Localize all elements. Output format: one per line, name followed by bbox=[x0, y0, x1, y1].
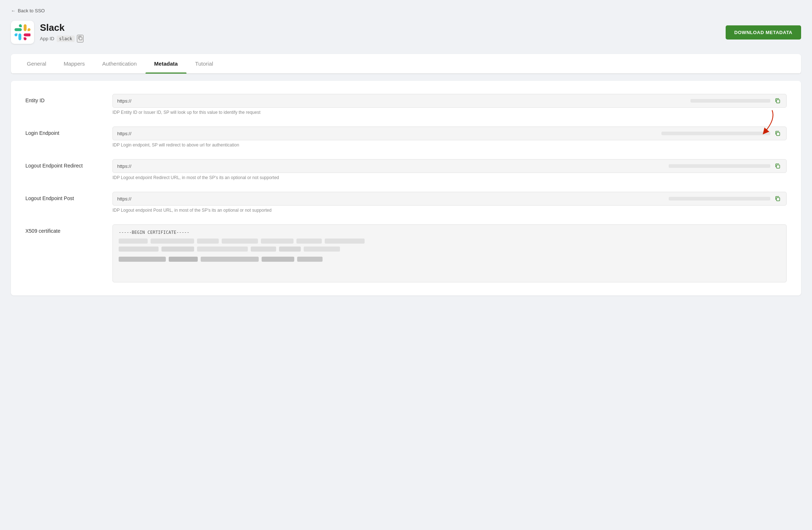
cert-blur-row-3 bbox=[119, 257, 780, 262]
cert-blur-block bbox=[119, 257, 166, 262]
logout-redirect-label: Logout Endpoint Redirect bbox=[25, 159, 112, 169]
svg-rect-2 bbox=[776, 132, 780, 136]
cert-blur-block bbox=[151, 239, 194, 244]
app-name: Slack bbox=[40, 22, 83, 33]
cert-begin-text: -----BEGIN CERTIFICATE----- bbox=[119, 230, 780, 235]
cert-blur-block bbox=[304, 247, 340, 252]
entity-id-label: Entity ID bbox=[25, 94, 112, 103]
cert-blur-block bbox=[119, 247, 159, 252]
tab-authentication[interactable]: Authentication bbox=[94, 54, 145, 73]
logout-post-blur bbox=[669, 197, 770, 200]
logout-redirect-blur bbox=[669, 164, 770, 168]
cert-blur-block bbox=[161, 247, 194, 252]
slack-logo-icon bbox=[15, 24, 30, 40]
app-id-badge: slack bbox=[57, 36, 75, 42]
cert-blur-block bbox=[169, 257, 198, 262]
cert-blur-block bbox=[222, 239, 258, 244]
app-logo bbox=[11, 21, 34, 44]
tabs-card: General Mappers Authentication Metadata … bbox=[11, 54, 801, 74]
login-endpoint-value: https:// bbox=[117, 131, 659, 136]
copy-icon bbox=[775, 163, 780, 169]
tab-tutorial[interactable]: Tutorial bbox=[186, 54, 222, 73]
logout-post-content: https:// IDP Logout endpoint Post URL, i… bbox=[112, 192, 787, 213]
cert-blur-block bbox=[201, 257, 259, 262]
logout-redirect-input-row: https:// bbox=[112, 159, 787, 173]
cert-blur-block bbox=[197, 239, 219, 244]
logout-post-value: https:// bbox=[117, 196, 666, 202]
content-card: Entity ID https:// IDP Entity ID or Issu… bbox=[11, 81, 801, 295]
cert-blur-row-2 bbox=[119, 247, 780, 252]
app-info: Slack App ID slack bbox=[11, 21, 83, 44]
tab-metadata[interactable]: Metadata bbox=[145, 54, 186, 73]
login-endpoint-content: https:// IDP Login endpoint, SP will red… bbox=[112, 127, 787, 148]
login-endpoint-label: Login Endpoint bbox=[25, 127, 112, 136]
logout-post-copy-button[interactable] bbox=[773, 195, 782, 202]
tab-general[interactable]: General bbox=[18, 54, 55, 73]
copy-icon bbox=[775, 196, 780, 202]
cert-blur-block bbox=[197, 247, 248, 252]
entity-id-input-row: https:// bbox=[112, 94, 787, 108]
svg-rect-1 bbox=[776, 100, 780, 103]
login-endpoint-hint: IDP Login endpoint, SP will redirect to … bbox=[112, 142, 787, 148]
app-header: Slack App ID slack DOWNLOAD METADATA bbox=[11, 21, 801, 44]
entity-id-content: https:// IDP Entity ID or Issuer ID, SP … bbox=[112, 94, 787, 115]
cert-blur-block bbox=[251, 247, 276, 252]
login-endpoint-copy-button[interactable] bbox=[773, 130, 782, 137]
entity-id-hint: IDP Entity ID or Issuer ID, SP will look… bbox=[112, 110, 787, 115]
back-link-label: Back to SSO bbox=[18, 8, 45, 13]
copy-icon bbox=[775, 131, 780, 136]
logout-redirect-copy-button[interactable] bbox=[773, 162, 782, 170]
cert-blur-row-1 bbox=[119, 239, 780, 244]
cert-blur-block bbox=[119, 239, 148, 244]
logout-post-hint: IDP Logout endpoint Post URL, in most of… bbox=[112, 208, 787, 213]
copy-icon bbox=[775, 98, 780, 104]
cert-blur-block bbox=[297, 257, 323, 262]
logout-redirect-hint: IDP Logout endpoint Redirect URL, in mos… bbox=[112, 175, 787, 180]
entity-id-row: Entity ID https:// IDP Entity ID or Issu… bbox=[25, 94, 787, 115]
app-id-row: App ID slack bbox=[40, 35, 83, 42]
cert-blur-block bbox=[262, 257, 294, 262]
svg-rect-0 bbox=[79, 37, 82, 40]
tab-mappers[interactable]: Mappers bbox=[55, 54, 93, 73]
tabs-nav: General Mappers Authentication Metadata … bbox=[11, 54, 801, 74]
logout-redirect-value: https:// bbox=[117, 163, 666, 169]
app-title-group: Slack App ID slack bbox=[40, 22, 83, 42]
logout-post-input-row: https:// bbox=[112, 192, 787, 206]
entity-id-value: https:// bbox=[117, 98, 688, 104]
back-to-sso-link[interactable]: ← Back to SSO bbox=[11, 8, 45, 13]
logout-redirect-content: https:// IDP Logout endpoint Redirect UR… bbox=[112, 159, 787, 180]
copy-icon bbox=[78, 36, 83, 41]
certificate-row: X509 certificate -----BEGIN CERTIFICATE-… bbox=[25, 224, 787, 282]
entity-id-copy-button[interactable] bbox=[773, 97, 782, 104]
logout-post-label: Logout Endpoint Post bbox=[25, 192, 112, 201]
back-arrow-icon: ← bbox=[11, 8, 16, 13]
copy-app-id-button[interactable] bbox=[77, 35, 83, 42]
login-endpoint-input-row: https:// bbox=[112, 127, 787, 140]
svg-rect-3 bbox=[776, 165, 780, 168]
certificate-content: -----BEGIN CERTIFICATE----- bbox=[112, 224, 787, 282]
cert-blur-block bbox=[325, 239, 365, 244]
cert-blur-block bbox=[279, 247, 301, 252]
entity-id-blur bbox=[690, 99, 770, 103]
cert-blur-block bbox=[261, 239, 294, 244]
logout-redirect-row: Logout Endpoint Redirect https:// IDP Lo… bbox=[25, 159, 787, 180]
logout-post-row: Logout Endpoint Post https:// IDP Logout… bbox=[25, 192, 787, 213]
login-endpoint-blur bbox=[661, 132, 770, 135]
certificate-area: -----BEGIN CERTIFICATE----- bbox=[112, 224, 787, 282]
login-endpoint-row: Login Endpoint https:// IDP Login endpoi… bbox=[25, 127, 787, 148]
certificate-label: X509 certificate bbox=[25, 224, 112, 234]
app-id-label: App ID bbox=[40, 36, 54, 41]
download-metadata-button[interactable]: DOWNLOAD METADATA bbox=[726, 25, 801, 40]
svg-rect-4 bbox=[776, 198, 780, 201]
cert-blur-block bbox=[296, 239, 322, 244]
